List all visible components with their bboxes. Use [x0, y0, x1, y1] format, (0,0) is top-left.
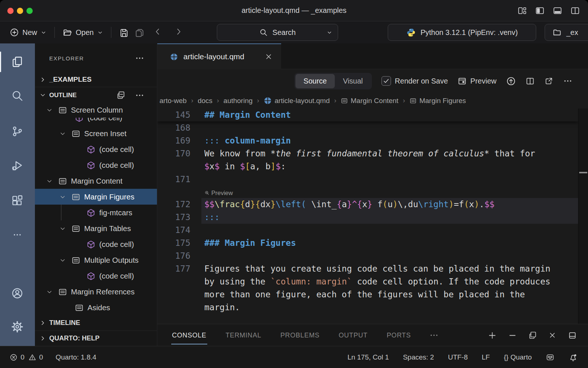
search-input[interactable]: Search: [217, 24, 338, 41]
outline-item--code-cell-[interactable]: (code cell): [35, 236, 157, 252]
breadcrumb-item[interactable]: article-layout.qmd: [263, 96, 330, 105]
chevron-down-icon: [46, 289, 53, 297]
code-line-174[interactable]: 174: [157, 224, 578, 237]
sidebar-section-timeline[interactable]: TIMELINE: [35, 315, 157, 330]
code-line-wrap[interactable]: margin.: [157, 301, 578, 314]
outline-item-screen-inset[interactable]: Screen Inset: [35, 125, 157, 141]
outline-item-margin-figures[interactable]: Margin Figures: [35, 189, 157, 205]
sidebar: EXPLORER _EXAMPLES OUTLINE Screen Column…: [35, 43, 157, 346]
breadcrumb-item[interactable]: Margin Figures: [409, 97, 466, 105]
open-external-icon[interactable]: [544, 77, 553, 86]
status-item-utf-8[interactable]: UTF-8: [448, 353, 468, 361]
code-line-176[interactable]: 176: [157, 250, 578, 262]
new-button[interactable]: New: [10, 28, 47, 37]
status-item-spaces-2[interactable]: Spaces: 2: [403, 353, 434, 361]
panel-bottom-icon[interactable]: [553, 6, 562, 15]
status-item-ln-175-col-1[interactable]: Ln 175, Col 1: [347, 353, 389, 361]
code-line-170[interactable]: 170We know from *the first fundamental t…: [157, 147, 578, 160]
preview-codelens[interactable]: Preview: [204, 188, 233, 198]
activity-bar-item-search[interactable]: [8, 86, 26, 105]
outline-item-asides[interactable]: Asides: [35, 300, 157, 315]
panel-tab-terminal[interactable]: TERMINAL: [225, 326, 262, 344]
panel-tab-output[interactable]: OUTPUT: [338, 326, 368, 344]
workspace-folder-button[interactable]: _ex: [545, 24, 588, 41]
code-line-145[interactable]: 145## Margin Content: [157, 109, 578, 121]
navigate-back-button[interactable]: [153, 27, 162, 38]
save-button[interactable]: [119, 28, 129, 38]
code-line-173[interactable]: 173:::: [157, 211, 578, 224]
outline-item-margin-content[interactable]: Margin Content: [35, 173, 157, 189]
publish-icon[interactable]: [506, 76, 516, 86]
breadcrumb-item[interactable]: arto-web: [159, 97, 187, 105]
code-line-171[interactable]: 171: [157, 173, 578, 186]
magnifier-icon: [204, 190, 210, 196]
breadcrumb-item[interactable]: Margin Content: [341, 97, 398, 105]
activity-bar-item-source-control[interactable]: [8, 122, 26, 141]
activity-bar-item-debug[interactable]: [8, 156, 26, 175]
code-line-169[interactable]: 169::: column-margin: [157, 134, 578, 147]
outline-item-screen-column[interactable]: Screen Column: [35, 102, 157, 118]
editor-scrollbar[interactable]: [578, 109, 588, 324]
panel-tab-console[interactable]: CONSOLE: [171, 326, 207, 344]
render-on-save-checkbox[interactable]: Render on Save: [381, 76, 448, 86]
code-line-wrap[interactable]: more than one figure, each of the figure…: [157, 288, 578, 301]
outline-item--code-cell-[interactable]: (code cell): [35, 268, 157, 284]
panel-left-icon[interactable]: [535, 6, 545, 15]
collapse-all-icon[interactable]: [116, 91, 125, 100]
panel-tab-problems[interactable]: PROBLEMS: [280, 326, 320, 344]
activity-bar-item-files[interactable]: [8, 53, 26, 71]
code-line-172[interactable]: 172$$\frac{d}{dx}\left( \int_{a}^{x} f(u…: [157, 198, 578, 211]
outline-item-margin-tables[interactable]: Margin Tables: [35, 220, 157, 236]
breadcrumb-item[interactable]: authoring: [223, 97, 252, 105]
chevron-down-icon[interactable]: [326, 29, 333, 36]
code-line-177[interactable]: 177Figures that you create using code ce…: [157, 262, 578, 275]
sidebar-section-examples[interactable]: _EXAMPLES: [35, 72, 157, 87]
activity-bar-item-more[interactable]: [8, 226, 26, 244]
code-editor[interactable]: 145## Margin Content168169::: column-mar…: [157, 109, 578, 324]
breadcrumb-item[interactable]: docs: [198, 97, 212, 105]
restore-icon[interactable]: [528, 331, 537, 340]
save-all-button[interactable]: [135, 28, 144, 38]
status-bell-dot-icon[interactable]: [569, 353, 578, 362]
activity-bar-item-account[interactable]: [8, 284, 26, 302]
outline-item--code-cell-[interactable]: (code cell): [35, 141, 157, 157]
split-editor-icon[interactable]: [526, 77, 535, 86]
more-actions-icon[interactable]: [429, 330, 439, 340]
sidebar-section-outline[interactable]: OUTLINE: [35, 88, 157, 102]
code-line-168[interactable]: 168: [157, 121, 578, 134]
activity-bar-item-extensions[interactable]: [8, 191, 26, 210]
interpreter-selector[interactable]: Python 3.12.1 (PipEnv: .venv): [388, 24, 536, 41]
outline-item-multiple-outputs[interactable]: Multiple Outputs: [35, 252, 157, 268]
more-actions-icon[interactable]: [135, 53, 144, 63]
plus-icon[interactable]: [488, 331, 497, 340]
outline-item-fig-mtcars[interactable]: fig-mtcars: [35, 205, 157, 220]
preview-button[interactable]: Preview: [458, 77, 496, 86]
sidebar-section-quarto-help[interactable]: QUARTO: HELP: [35, 330, 157, 346]
visual-mode-button[interactable]: Visual: [335, 74, 371, 88]
source-mode-button[interactable]: Source: [295, 74, 335, 88]
tab-article-layout[interactable]: article-layout.qmd: [157, 43, 281, 69]
close-icon[interactable]: [548, 331, 557, 340]
close-icon[interactable]: [264, 52, 273, 61]
code-line-wrap[interactable]: $x$ in $[a, b]$:: [157, 160, 578, 173]
customize-layout-icon[interactable]: [517, 6, 527, 15]
more-actions-icon[interactable]: [135, 91, 144, 100]
more-actions-icon[interactable]: [563, 76, 573, 86]
quarto-version[interactable]: Quarto: 1.8.4: [55, 353, 96, 361]
problems-warnings[interactable]: 0: [28, 353, 43, 361]
open-button[interactable]: Open: [62, 28, 103, 38]
split-editor-icon[interactable]: [570, 6, 580, 15]
status-item--quarto[interactable]: {} Quarto: [504, 353, 532, 361]
minus-icon[interactable]: [508, 331, 517, 340]
problems-errors[interactable]: 0: [10, 353, 25, 361]
panel-rect-icon[interactable]: [568, 331, 577, 340]
status-feedback-icon[interactable]: [546, 353, 555, 362]
code-line-wrap[interactable]: by using the `column: margin` code cell …: [157, 275, 578, 288]
outline-item--code-cell-[interactable]: (code cell): [35, 157, 157, 173]
code-line-175[interactable]: 175### Margin Figures: [157, 237, 578, 250]
status-item-lf[interactable]: LF: [482, 353, 490, 361]
panel-tab-ports[interactable]: PORTS: [386, 326, 412, 344]
outline-item-margin-references[interactable]: Margin References: [35, 284, 157, 300]
activity-bar-item-settings[interactable]: [8, 318, 26, 336]
navigate-forward-button[interactable]: [174, 27, 183, 38]
